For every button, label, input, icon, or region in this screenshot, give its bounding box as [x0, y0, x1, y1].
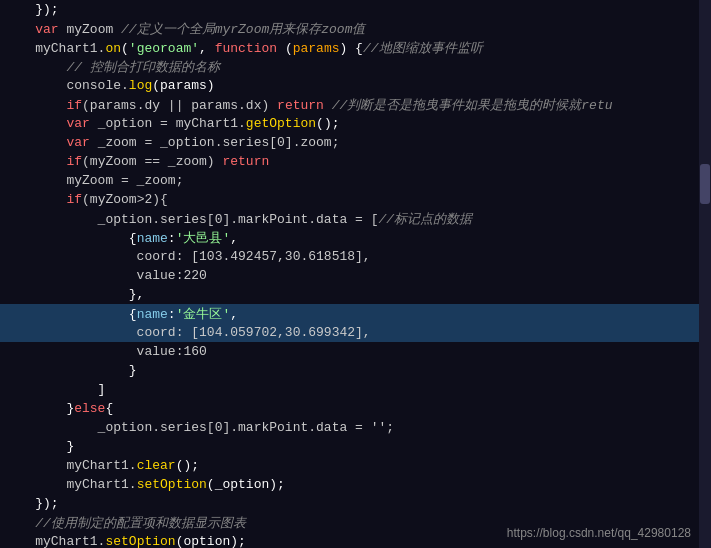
token: if	[66, 192, 82, 207]
token: return	[222, 154, 269, 169]
token: });	[4, 2, 59, 17]
token: _zoom = _option.series[0].zoom;	[90, 135, 340, 150]
code-line: // 控制合打印数据的名称	[0, 57, 711, 76]
token: return	[277, 98, 324, 113]
token: ) {	[340, 41, 363, 56]
token	[4, 116, 66, 131]
token: }	[4, 363, 137, 378]
token	[4, 60, 66, 75]
code-content: coord: [103.492457,30.618518],	[4, 249, 703, 264]
code-line: console.log(params)	[0, 76, 711, 95]
token: '金牛区'	[176, 307, 231, 322]
token: value:160	[4, 344, 207, 359]
token	[4, 98, 66, 113]
code-content: myChart1.setOption(_option);	[4, 477, 703, 492]
code-content: }else{	[4, 401, 703, 416]
token: myZoom = _zoom;	[4, 173, 183, 188]
code-line: var myZoom //定义一个全局myrZoom用来保存zoom值	[0, 19, 711, 38]
token: clear	[137, 458, 176, 473]
token: //使用制定的配置项和数据显示图表	[35, 516, 246, 531]
token: });	[4, 496, 59, 511]
code-line: ]	[0, 380, 711, 399]
code-content: if(params.dy || params.dx) return //判断是否…	[4, 96, 703, 114]
code-content: if(myZoom>2){	[4, 192, 703, 207]
token	[4, 135, 66, 150]
code-content: value:220	[4, 268, 703, 283]
token: else	[74, 401, 105, 416]
token: //标记点的数据	[378, 212, 472, 227]
code-line: coord: [103.492457,30.618518],	[0, 247, 711, 266]
token: (myZoom>2){	[82, 192, 168, 207]
token: _option.series[0].markPoint.data = [	[4, 212, 378, 227]
code-line: if(myZoom>2){	[0, 190, 711, 209]
code-content: var _option = myChart1.getOption();	[4, 116, 703, 131]
token: }	[4, 439, 74, 454]
token: {	[105, 401, 113, 416]
token: function	[215, 41, 277, 56]
token: // 控制合打印数据的名称	[66, 60, 219, 75]
code-content: },	[4, 287, 703, 302]
code-line: myChart1.setOption(_option);	[0, 475, 711, 494]
token: (	[121, 41, 129, 56]
token: },	[4, 287, 144, 302]
code-content: {name:'金牛区',	[4, 305, 703, 323]
code-content: }	[4, 439, 703, 454]
code-line: {name:'大邑县',	[0, 228, 711, 247]
code-content: myZoom = _zoom;	[4, 173, 703, 188]
token: ,	[230, 231, 238, 246]
code-line: var _option = myChart1.getOption();	[0, 114, 711, 133]
token: log	[129, 78, 152, 93]
code-line: myChart1.clear();	[0, 456, 711, 475]
code-line: {name:'金牛区',	[0, 304, 711, 323]
token: (myZoom == _zoom)	[82, 154, 222, 169]
token: ,	[230, 307, 238, 322]
token	[4, 516, 35, 531]
code-area: }); var myZoom //定义一个全局myrZoom用来保存zoom值 …	[0, 0, 711, 548]
token: _option = myChart1.	[90, 116, 246, 131]
token: var	[66, 116, 89, 131]
code-content: ]	[4, 382, 703, 397]
watermark: https://blog.csdn.net/qq_42980128	[507, 526, 691, 540]
code-content: });	[4, 2, 703, 17]
token: }	[4, 401, 74, 416]
code-content: // 控制合打印数据的名称	[4, 58, 703, 76]
token: {	[4, 307, 137, 322]
token	[4, 192, 66, 207]
token: (params.dy || params.dx)	[82, 98, 277, 113]
code-content: });	[4, 496, 703, 511]
code-content: {name:'大邑县',	[4, 229, 703, 247]
token: //定义一个全局myrZoom用来保存zoom值	[121, 22, 365, 37]
code-content: _option.series[0].markPoint.data = [//标记…	[4, 210, 703, 228]
token: _option.series[0].markPoint.data = '';	[4, 420, 394, 435]
code-content: if(myZoom == _zoom) return	[4, 154, 703, 169]
token: myChart1.	[4, 534, 105, 548]
token: name	[137, 231, 168, 246]
scrollbar[interactable]	[699, 0, 711, 548]
code-line: if(params.dy || params.dx) return //判断是否…	[0, 95, 711, 114]
code-content: myChart1.clear();	[4, 458, 703, 473]
token: var	[66, 135, 89, 150]
code-content: }	[4, 363, 703, 378]
token: //判断是否是拖曳事件如果是拖曳的时候就retu	[332, 98, 613, 113]
token: ,	[199, 41, 215, 56]
code-line: if(myZoom == _zoom) return	[0, 152, 711, 171]
token: {	[4, 231, 137, 246]
token: getOption	[246, 116, 316, 131]
code-line: _option.series[0].markPoint.data = [//标记…	[0, 209, 711, 228]
token: '大邑县'	[176, 231, 231, 246]
token: myZoom	[59, 22, 121, 37]
code-content: coord: [104.059702,30.699342],	[4, 325, 703, 340]
code-content: _option.series[0].markPoint.data = '';	[4, 420, 703, 435]
token: console.	[4, 78, 129, 93]
token	[324, 98, 332, 113]
token: ();	[316, 116, 339, 131]
token	[4, 154, 66, 169]
scrollbar-thumb[interactable]	[700, 164, 710, 204]
token: if	[66, 154, 82, 169]
code-editor: }); var myZoom //定义一个全局myrZoom用来保存zoom值 …	[0, 0, 711, 548]
code-line: coord: [104.059702,30.699342],	[0, 323, 711, 342]
code-content: value:160	[4, 344, 703, 359]
token: value:220	[4, 268, 207, 283]
code-line: _option.series[0].markPoint.data = '';	[0, 418, 711, 437]
token: (params)	[152, 78, 214, 93]
